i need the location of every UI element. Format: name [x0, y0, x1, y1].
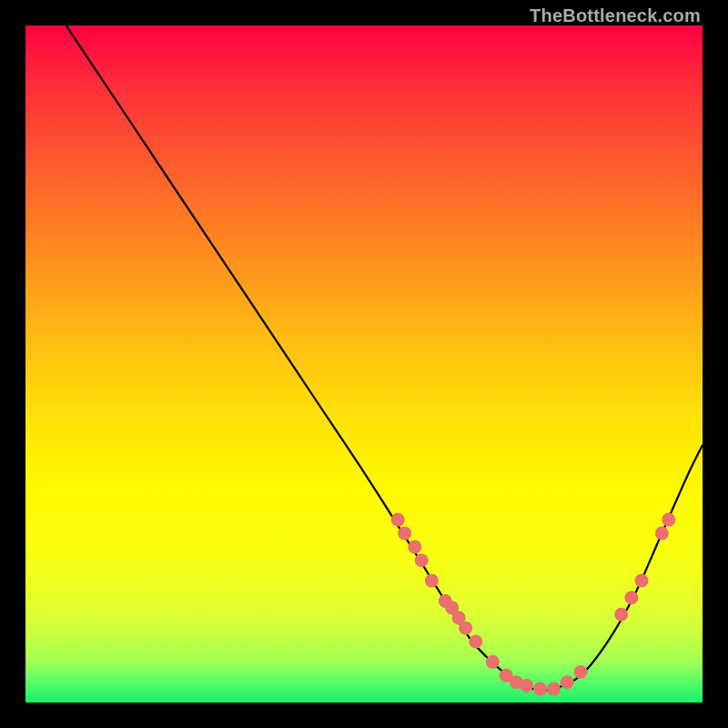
- data-point: [655, 527, 669, 541]
- data-point: [425, 574, 439, 588]
- data-point: [398, 527, 411, 541]
- plot-area: [25, 25, 703, 703]
- data-point: [415, 553, 429, 567]
- data-point: [391, 513, 405, 527]
- attribution-label: TheBottleneck.com: [530, 5, 701, 26]
- data-point: [614, 608, 628, 622]
- data-point: [469, 635, 482, 649]
- data-point: [635, 574, 649, 588]
- data-point: [624, 591, 638, 604]
- data-point: [408, 540, 421, 553]
- data-markers: [391, 513, 676, 696]
- data-point: [486, 655, 500, 669]
- bottleneck-curve: [66, 25, 703, 691]
- chart-frame: TheBottleneck.com: [0, 0, 728, 728]
- data-point: [520, 679, 533, 693]
- data-point: [662, 513, 675, 527]
- data-point: [459, 622, 472, 635]
- data-point: [547, 682, 561, 696]
- data-point: [561, 675, 574, 689]
- chart-svg: [25, 25, 703, 703]
- data-point: [574, 665, 588, 679]
- data-point: [533, 682, 547, 696]
